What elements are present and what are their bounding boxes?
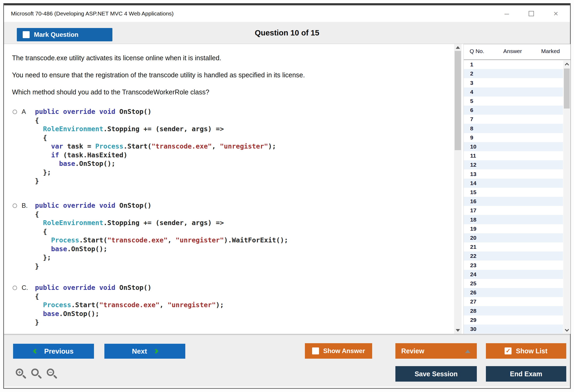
question-list-row-28[interactable]: 28 (464, 306, 563, 315)
option-c-letter: C. (22, 284, 28, 291)
question-list-row-18[interactable]: 18 (464, 215, 563, 224)
close-icon[interactable]: × (551, 8, 560, 19)
show-answer-label: Show Answer (323, 347, 365, 355)
title-bar[interactable]: Microsoft 70-486 (Developing ASP.NET MVC… (4, 5, 570, 22)
question-list-scrollbar[interactable] (563, 61, 570, 334)
question-list-rows: 1234567891011121314151617181920212223242… (464, 60, 563, 334)
question-paragraph: The transcode.exe utility activates its … (12, 54, 221, 62)
mark-question-button[interactable]: Mark Question (17, 28, 112, 41)
window-top-border (4, 3, 570, 5)
question-list-row-19[interactable]: 19 (464, 224, 563, 233)
chevron-right-icon (153, 349, 159, 354)
question-list-row-10[interactable]: 10 (464, 142, 563, 151)
question-list-row-16[interactable]: 16 (464, 197, 563, 206)
zoom-in-icon[interactable]: + (16, 369, 25, 378)
column-header-answer: Answer (503, 48, 522, 54)
question-list-row-21[interactable]: 21 (464, 242, 563, 251)
question-list-row-24[interactable]: 24 (464, 270, 563, 279)
show-list-label: Show List (516, 347, 547, 355)
question-list-scrollbar-thumb[interactable] (564, 69, 570, 109)
review-label: Review (401, 347, 424, 355)
list-scroll-up-icon[interactable] (563, 61, 570, 67)
question-paragraph: Which method should you add to the Trans… (12, 88, 209, 96)
question-list-panel: Q No. Answer Marked 12345678910111213141… (463, 44, 571, 334)
option-b-code: public override void OnStop(){ RoleEnvir… (35, 201, 288, 271)
question-list-row-11[interactable]: 11 (464, 151, 563, 160)
question-list-header: Q No. Answer Marked (464, 44, 571, 60)
next-label: Next (132, 347, 147, 355)
question-list-row-14[interactable]: 14 (464, 179, 563, 188)
question-list-row-2[interactable]: 2 (464, 69, 563, 78)
save-session-label: Save Session (415, 370, 458, 378)
option-c-radio[interactable] (13, 286, 17, 290)
zoom-reset-icon[interactable] (31, 369, 40, 378)
zoom-controls: +− (16, 369, 56, 378)
next-button[interactable]: Next (104, 344, 185, 359)
mark-question-checkbox[interactable] (23, 31, 30, 38)
maximize-icon[interactable] (527, 8, 536, 19)
chevron-left-icon (33, 349, 38, 354)
zoom-out-icon[interactable]: − (47, 369, 56, 378)
question-pane: The transcode.exe utility activates its … (9, 44, 454, 334)
previous-label: Previous (44, 347, 74, 355)
mark-question-label: Mark Question (34, 31, 78, 38)
question-list-row-3[interactable]: 3 (464, 78, 563, 87)
question-list-row-15[interactable]: 15 (464, 188, 563, 197)
screen: Microsoft 70-486 (Developing ASP.NET MVC… (0, 0, 574, 392)
window-title: Microsoft 70-486 (Developing ASP.NET MVC… (11, 5, 174, 22)
bottom-toolbar: Previous Next +− Show Answer Review ✓ Sh… (4, 334, 570, 387)
content-area: The transcode.exe utility activates its … (4, 44, 570, 334)
option-a-radio[interactable] (13, 110, 17, 114)
window-controls: – × (502, 5, 560, 22)
question-paragraph: You need to ensure that the registration… (12, 71, 305, 79)
question-list-row-25[interactable]: 25 (464, 279, 563, 288)
show-answer-checkbox[interactable] (312, 347, 319, 354)
question-list-row-4[interactable]: 4 (464, 87, 563, 97)
column-header-qno: Q No. (470, 48, 484, 54)
question-list-row-30[interactable]: 30 (464, 325, 563, 334)
question-list-row-29[interactable]: 29 (464, 315, 563, 325)
minimize-icon[interactable]: – (502, 8, 511, 19)
option-b-letter: B. (22, 202, 28, 209)
option-a-code: public override void OnStop(){ RoleEnvir… (35, 107, 276, 186)
show-list-checkbox[interactable]: ✓ (505, 347, 512, 354)
question-list-row-13[interactable]: 13 (464, 169, 563, 178)
question-scrollbar[interactable] (454, 44, 462, 334)
save-session-button[interactable]: Save Session (395, 366, 477, 382)
question-list-row-12[interactable]: 12 (464, 160, 563, 169)
scroll-down-icon[interactable] (454, 327, 462, 334)
scroll-up-icon[interactable] (454, 44, 462, 51)
column-header-marked: Marked (541, 48, 560, 54)
question-list-row-6[interactable]: 6 (464, 106, 563, 115)
question-list-row-1[interactable]: 1 (464, 60, 563, 69)
question-list-row-5[interactable]: 5 (464, 97, 563, 106)
show-answer-button[interactable]: Show Answer (305, 343, 372, 359)
list-scroll-down-icon[interactable] (563, 327, 570, 334)
review-button[interactable]: Review (395, 343, 477, 359)
previous-button[interactable]: Previous (13, 344, 94, 359)
question-list-row-17[interactable]: 17 (464, 206, 563, 215)
end-exam-button[interactable]: End Exam (486, 366, 566, 382)
header-band: Question 10 of 15 Mark Question (4, 22, 570, 44)
question-list-row-20[interactable]: 20 (464, 233, 563, 242)
question-list-row-22[interactable]: 22 (464, 251, 563, 261)
question-list-row-26[interactable]: 26 (464, 288, 563, 297)
question-list-row-9[interactable]: 9 (464, 133, 563, 142)
option-b-radio[interactable] (13, 203, 17, 208)
option-a-letter: A (22, 108, 26, 115)
question-list-row-7[interactable]: 7 (464, 115, 563, 124)
option-c-code: public override void OnStop(){ Process.S… (35, 283, 224, 327)
question-list-row-27[interactable]: 27 (464, 297, 563, 306)
question-scrollbar-thumb[interactable] (455, 51, 461, 150)
show-list-button[interactable]: ✓ Show List (486, 343, 566, 359)
caret-up-icon (465, 350, 470, 353)
question-list-row-23[interactable]: 23 (464, 261, 563, 270)
question-list-row-8[interactable]: 8 (464, 124, 563, 133)
app-window: Microsoft 70-486 (Developing ASP.NET MVC… (3, 3, 571, 389)
end-exam-label: End Exam (510, 370, 542, 378)
